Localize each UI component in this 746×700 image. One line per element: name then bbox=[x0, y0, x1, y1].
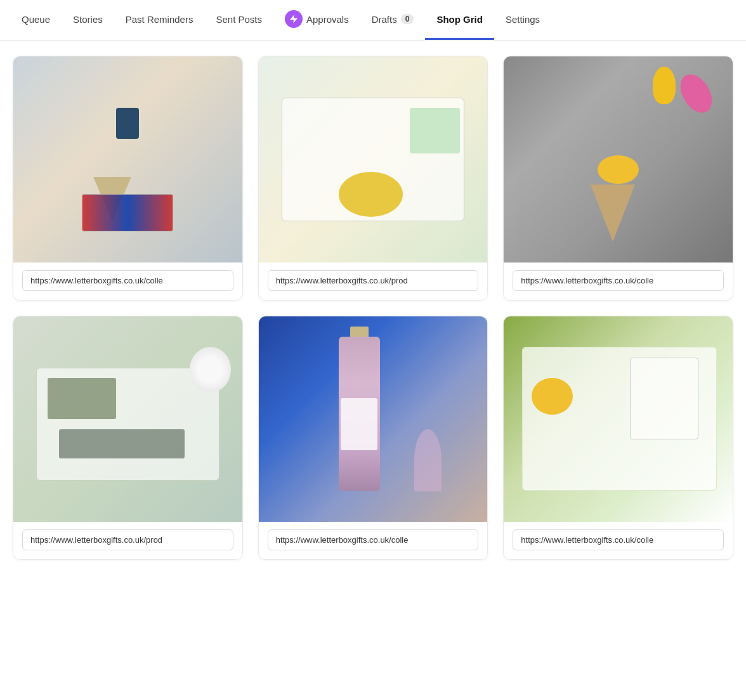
card-url-input-4[interactable] bbox=[22, 529, 233, 550]
card-image-4 bbox=[13, 316, 242, 522]
nav-item-shop-grid[interactable]: Shop Grid bbox=[425, 0, 494, 40]
nav-item-stories[interactable]: Stories bbox=[62, 0, 114, 40]
card-url-container-1 bbox=[13, 262, 242, 300]
nav-label-drafts: Drafts bbox=[372, 14, 397, 25]
card-image-1 bbox=[13, 56, 242, 262]
card-url-container-2 bbox=[259, 262, 488, 300]
card-url-container-4 bbox=[13, 522, 242, 559]
nav-badge-drafts: 0 bbox=[401, 14, 414, 24]
nav-label-settings: Settings bbox=[506, 14, 540, 25]
card-url-input-5[interactable] bbox=[268, 529, 479, 550]
card-url-input-6[interactable] bbox=[513, 529, 724, 550]
nav-item-approvals[interactable]: Approvals bbox=[273, 0, 360, 40]
nav-item-past-reminders[interactable]: Past Reminders bbox=[114, 0, 205, 40]
grid-card-1 bbox=[13, 56, 243, 301]
card-image-6 bbox=[504, 316, 733, 522]
grid-card-6 bbox=[503, 316, 733, 561]
card-url-input-1[interactable] bbox=[22, 270, 233, 291]
nav-label-approvals: Approvals bbox=[306, 14, 349, 25]
nav-label-stories: Stories bbox=[73, 14, 103, 25]
nav-label-past-reminders: Past Reminders bbox=[126, 14, 193, 25]
nav-item-drafts[interactable]: Drafts0 bbox=[360, 0, 426, 40]
card-url-container-6 bbox=[504, 522, 733, 559]
main-nav: QueueStoriesPast RemindersSent PostsAppr… bbox=[0, 0, 746, 41]
grid-card-3 bbox=[503, 56, 733, 301]
approvals-icon bbox=[285, 10, 303, 28]
card-url-container-3 bbox=[504, 262, 733, 300]
nav-item-settings[interactable]: Settings bbox=[494, 0, 551, 40]
nav-label-sent-posts: Sent Posts bbox=[216, 14, 262, 25]
nav-item-sent-posts[interactable]: Sent Posts bbox=[204, 0, 273, 40]
grid-card-2 bbox=[258, 56, 488, 301]
card-image-3 bbox=[504, 56, 733, 262]
grid-card-5 bbox=[258, 316, 488, 561]
grid-card-4 bbox=[13, 316, 243, 561]
card-url-container-5 bbox=[259, 522, 488, 559]
nav-label-shop-grid: Shop Grid bbox=[436, 14, 483, 25]
card-image-2 bbox=[259, 56, 488, 262]
nav-label-queue: Queue bbox=[22, 14, 50, 25]
card-url-input-3[interactable] bbox=[513, 270, 724, 291]
shop-grid bbox=[0, 41, 746, 575]
card-url-input-2[interactable] bbox=[268, 270, 479, 291]
card-image-5 bbox=[259, 316, 488, 522]
nav-item-queue[interactable]: Queue bbox=[10, 0, 62, 40]
